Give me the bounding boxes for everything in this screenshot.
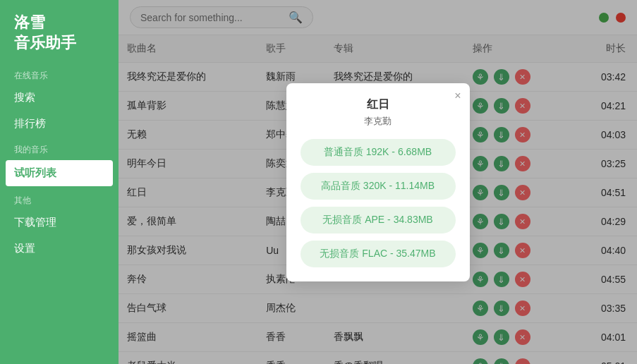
quality-normal-button[interactable]: 普通音质 192K - 6.68MB bbox=[301, 139, 456, 166]
sidebar: 洛雪 音乐助手 在线音乐 搜索 排行榜 我的音乐 试听列表 其他 下载管理 设置 bbox=[0, 0, 119, 364]
section-other-label: 其他 bbox=[0, 188, 119, 210]
sidebar-item-charts[interactable]: 排行榜 bbox=[0, 111, 119, 137]
quality-lossless-ape-button[interactable]: 无损音质 APE - 34.83MB bbox=[301, 207, 456, 233]
modal-close-button[interactable]: × bbox=[454, 90, 461, 102]
sidebar-item-trial-list[interactable]: 试听列表 bbox=[6, 160, 113, 186]
modal-song-title: 红日 bbox=[301, 97, 456, 112]
section-online-label: 在线音乐 bbox=[0, 63, 119, 85]
app-logo: 洛雪 音乐助手 bbox=[0, 0, 119, 63]
modal-overlay[interactable]: × 红日 李克勤 普通音质 192K - 6.68MB 高品音质 320K - … bbox=[119, 0, 637, 364]
main-content: 🔍 歌曲名 歌手 专辑 操作 时长 我终究还是爱你的 魏新雨 我终究还是爱你的 bbox=[119, 0, 637, 364]
modal-artist: 李克勤 bbox=[301, 115, 456, 128]
quality-modal: × 红日 李克勤 普通音质 192K - 6.68MB 高品音质 320K - … bbox=[286, 83, 470, 281]
quality-lossless-flac-button[interactable]: 无损音质 FLAC - 35.47MB bbox=[301, 241, 456, 267]
sidebar-item-search[interactable]: 搜索 bbox=[0, 85, 119, 111]
sidebar-item-download-mgr[interactable]: 下载管理 bbox=[0, 210, 119, 236]
quality-high-button[interactable]: 高品音质 320K - 11.14MB bbox=[301, 173, 456, 200]
sidebar-item-settings[interactable]: 设置 bbox=[0, 236, 119, 262]
section-my-label: 我的音乐 bbox=[0, 137, 119, 159]
